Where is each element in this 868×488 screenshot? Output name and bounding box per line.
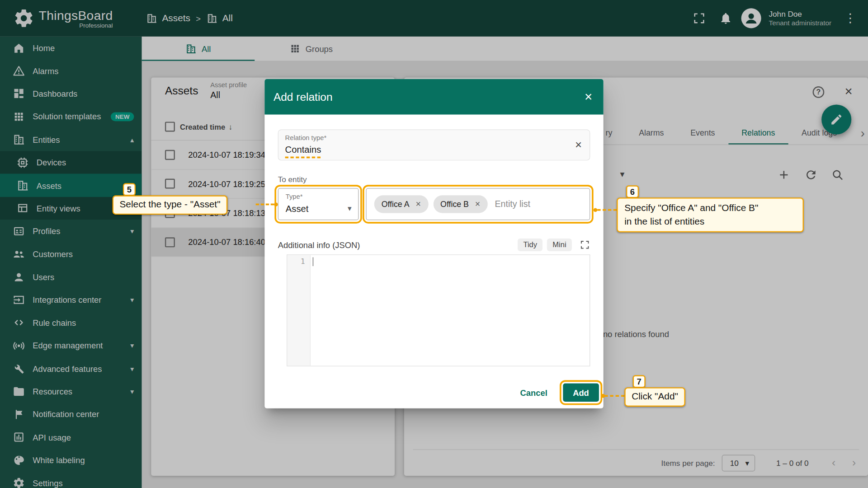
dialog-actions: Cancel Add <box>264 380 603 408</box>
editor-line-number: 1 <box>288 255 311 366</box>
json-editor[interactable]: 1 <box>287 254 590 366</box>
text-caret <box>313 257 313 266</box>
chevron-down-icon: ▾ <box>348 204 352 213</box>
app-window: ThingsBoard Professional Assets > All Jo… <box>0 0 868 488</box>
additional-info-label: Additional info (JSON) <box>278 240 360 249</box>
mini-button[interactable]: Mini <box>547 239 572 251</box>
step-7-connector <box>604 395 624 397</box>
dialog-header: Add relation × <box>264 79 603 114</box>
editor-content[interactable] <box>311 255 590 366</box>
step-5-connector-dot <box>274 202 278 206</box>
step-5-callout: Select the type - "Asset" <box>113 195 228 214</box>
relation-type-value: Contains <box>285 145 321 155</box>
type-label: Type* <box>286 192 303 200</box>
close-dialog-button[interactable]: × <box>585 89 592 104</box>
relation-type-field[interactable]: Relation type* Contains × <box>278 130 590 161</box>
remove-chip-icon[interactable]: × <box>413 199 423 209</box>
relation-type-label: Relation type* <box>285 134 326 141</box>
step-6-connector-dot <box>594 208 598 212</box>
step-7-callout: Click "Add" <box>624 387 685 406</box>
add-button[interactable]: Add <box>563 383 599 401</box>
remove-chip-icon[interactable]: × <box>473 199 483 209</box>
step-7-connector-dot <box>601 394 605 398</box>
entity-chip: Office B × <box>433 195 487 213</box>
step-7-badge: 7 <box>633 375 646 388</box>
entity-list-placeholder: Entity list <box>495 199 530 209</box>
relation-type-highlight <box>285 157 321 159</box>
cancel-button[interactable]: Cancel <box>511 383 556 401</box>
to-entity-label: To entity <box>278 175 590 184</box>
tidy-button[interactable]: Tidy <box>518 239 542 251</box>
step-5-badge: 5 <box>123 183 136 196</box>
step-6-badge: 6 <box>626 185 639 198</box>
type-value: Asset <box>286 204 309 214</box>
add-relation-dialog: Add relation × Relation type* Contains ×… <box>264 79 603 408</box>
step-6-callout: Specify "Office A" and "Office B" in the… <box>617 197 804 232</box>
dialog-body: Relation type* Contains × To entity Type… <box>264 130 603 366</box>
step-6-connector <box>597 209 617 211</box>
dialog-title: Add relation <box>274 90 333 103</box>
clear-relation-type-icon[interactable]: × <box>575 138 582 151</box>
editor-fullscreen-icon[interactable] <box>580 239 590 250</box>
entity-type-select[interactable]: Type* Asset ▾ <box>278 188 359 220</box>
entity-chip: Office A × <box>374 195 428 213</box>
step-5-connector <box>256 204 274 206</box>
entity-list-field[interactable]: Office A × Office B × Entity list <box>366 188 590 220</box>
